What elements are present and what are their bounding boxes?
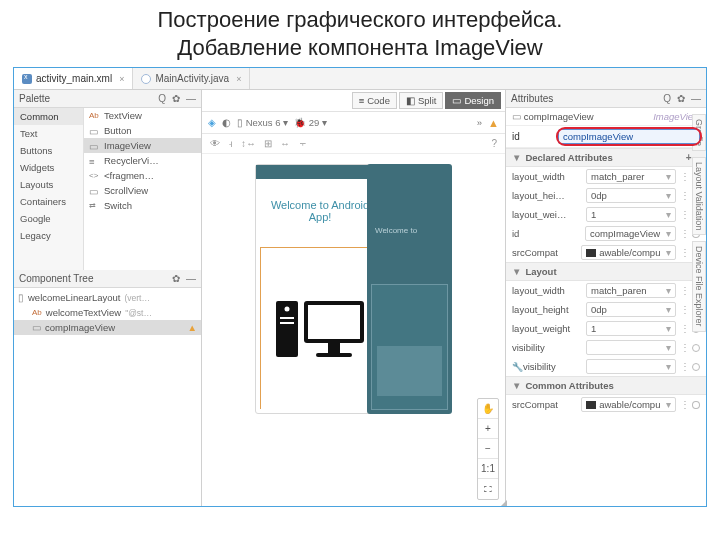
dropdown-icon[interactable]: ▾ [666,171,671,182]
more-handle[interactable]: ⋮ [680,342,688,353]
attr-value-field[interactable]: ▾ [586,359,676,374]
palette-item-recyclerview[interactable]: ≡RecyclerVi… [84,153,201,168]
more-handle[interactable]: ⋮ [680,247,688,258]
binding-indicator[interactable] [692,401,700,409]
resize-handle[interactable] [495,496,507,507]
palette-item-scrollview[interactable]: ▭ScrollView [84,183,201,198]
orientation-icon[interactable]: ◐ [222,117,231,128]
more-icon[interactable]: » [477,117,482,128]
search-icon[interactable]: Q [663,93,671,104]
close-icon[interactable]: × [236,74,241,84]
attr-value-field[interactable]: match_paren▾ [586,283,676,298]
attr-value-field[interactable]: 0dp▾ [586,188,676,203]
collapse-icon[interactable]: — [691,93,701,104]
attr-value-field[interactable]: compImageView▾ [585,226,676,241]
attr-value-field[interactable]: 1▾ [586,207,676,222]
more-handle[interactable]: ⋮ [680,361,688,372]
dropdown-icon[interactable]: ▾ [666,399,671,410]
gear-icon[interactable]: ✿ [677,93,685,104]
device-select[interactable]: ▯ Nexus 6 ▾ [237,117,288,128]
split-mode-button[interactable]: ◧Split [399,92,443,109]
palette-cat-legacy[interactable]: Legacy [14,227,83,244]
code-mode-button[interactable]: ≡Code [352,92,397,109]
close-icon[interactable]: × [119,74,124,84]
dropdown-icon[interactable]: ▾ [666,323,671,334]
eye-icon[interactable]: 👁 [210,138,220,149]
binding-indicator[interactable] [692,363,700,371]
view-options-icon[interactable]: ◈ [208,117,216,128]
palette-item-fragment[interactable]: <><fragmen… [84,168,201,183]
tool-icon[interactable]: ↕↔ [241,138,256,149]
api-select[interactable]: 🐞 29 ▾ [294,117,327,128]
gear-icon[interactable]: ✿ [172,93,180,104]
tool-icon[interactable]: ⫞ [228,138,233,149]
palette-item-imageview[interactable]: ▭ImageView [84,138,201,153]
dropdown-icon[interactable]: ▾ [666,285,671,296]
more-handle[interactable]: ⋮ [680,304,688,315]
pan-button[interactable]: ✋ [478,399,498,419]
tool-icon[interactable]: ⊞ [264,138,272,149]
binding-indicator[interactable] [692,344,700,352]
add-icon[interactable]: + [686,152,692,163]
zoom-out-button[interactable]: − [478,439,498,459]
palette-cat-text[interactable]: Text [14,125,83,142]
imageview-preview[interactable] [260,247,380,409]
palette-item-button[interactable]: ▭Button [84,123,201,138]
attr-value-field[interactable]: 1▾ [586,321,676,336]
dropdown-icon[interactable]: ▾ [666,190,671,201]
tree-item-welcometextview[interactable]: Ab welcomeTextView "@st… [14,305,201,320]
palette-cat-buttons[interactable]: Buttons [14,142,83,159]
layout-section-header[interactable]: ▼Layout [506,262,706,281]
more-handle[interactable]: ⋮ [680,209,688,220]
more-handle[interactable]: ⋮ [680,190,688,201]
tree-item-welcomelinearlayout[interactable]: ▯ welcomeLinearLayout (vert… [14,290,201,305]
zoom-1-1-button[interactable]: 1:1 [478,459,498,479]
attr-value-field[interactable]: match_parer▾ [586,169,676,184]
palette-cat-layouts[interactable]: Layouts [14,176,83,193]
design-mode-button[interactable]: ▭Design [445,92,501,109]
id-field[interactable]: compImageView [558,129,700,144]
design-canvas[interactable]: Welcome to Android App! [202,154,505,506]
attr-value-field[interactable]: awable/compu▾ [581,245,676,260]
collapse-icon[interactable]: — [186,93,196,104]
attr-value-field[interactable]: 0dp▾ [586,302,676,317]
attr-value-field[interactable]: awable/compu▾ [581,397,676,412]
more-handle[interactable]: ⋮ [680,228,688,239]
tab-activity-main[interactable]: activity_main.xml × [14,68,133,89]
device-file-explorer-tool-button[interactable]: Device File Explorer [692,241,706,332]
more-handle[interactable]: ⋮ [680,323,688,334]
more-handle[interactable]: ⋮ [680,285,688,296]
tab-mainactivity[interactable]: MainActivity.java × [133,68,250,89]
palette-cat-common[interactable]: Common [14,108,83,125]
more-handle[interactable]: ⋮ [680,399,688,410]
common-attributes-header[interactable]: ▼Common Attributes [506,376,706,395]
dropdown-icon[interactable]: ▾ [666,247,671,258]
palette-cat-widgets[interactable]: Widgets [14,159,83,176]
attr-row-layout-4: 🔧visibility▾⋮ [506,357,706,376]
collapse-icon[interactable]: — [186,273,196,284]
dropdown-icon[interactable]: ▾ [666,361,671,372]
palette-cat-containers[interactable]: Containers [14,193,83,210]
warning-icon[interactable]: ▲ [488,117,499,129]
dropdown-icon[interactable]: ▾ [666,209,671,220]
dropdown-icon[interactable]: ▾ [666,228,671,239]
blueprint-preview[interactable]: Welcome to [367,164,452,414]
declared-attributes-header[interactable]: ▼Declared Attributes + − [506,148,706,167]
dropdown-icon[interactable]: ▾ [666,342,671,353]
search-icon[interactable]: Q [158,93,166,104]
palette-item-textview[interactable]: AbTextView [84,108,201,123]
tool-icon[interactable]: ↔ [280,138,290,149]
palette-item-switch[interactable]: ⇄Switch [84,198,201,213]
tree-item-compimageview[interactable]: ▭ compImageView ▲ [14,320,201,335]
more-handle[interactable]: ⋮ [680,171,688,182]
layout-validation-tool-button[interactable]: Layout Validation [692,157,706,235]
gear-icon[interactable]: ✿ [172,273,180,284]
tool-icon[interactable]: ⫟ [298,138,308,149]
palette-cat-google[interactable]: Google [14,210,83,227]
warning-icon[interactable]: ▲ [188,322,197,333]
attr-value-field[interactable]: ▾ [586,340,676,355]
dropdown-icon[interactable]: ▾ [666,304,671,315]
design-preview[interactable]: Welcome to Android App! [255,164,385,414]
help-icon[interactable]: ? [491,138,497,149]
zoom-in-button[interactable]: + [478,419,498,439]
